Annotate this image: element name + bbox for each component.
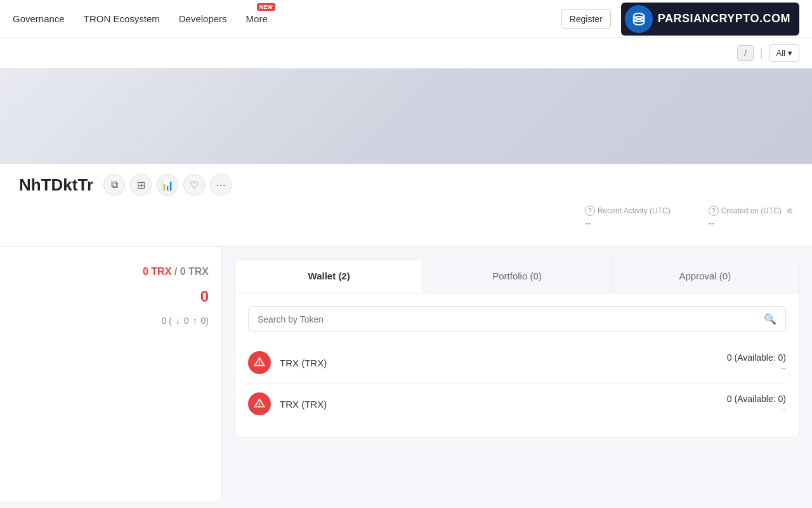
search-icon: 🔍	[764, 313, 776, 325]
token-search-input[interactable]	[258, 314, 764, 324]
profile-username: NhTDktTr	[19, 175, 93, 195]
trx-detail-zero2: 0	[184, 316, 189, 326]
token-balance-1: 0 (Available: 0) --	[727, 394, 786, 414]
parsiancrypto-logo: PARSIANCRYPTO.COM	[621, 3, 799, 36]
main-content: 0 TRX / 0 TRX 0 0 ( ↓ 0 ↑ 0) Wallet (2) …	[0, 247, 812, 501]
recent-activity-item: ? Recent Activity (UTC) --	[585, 206, 671, 229]
profile-identity: NhTDktTr ⧉ ⊞ 📊 ♡ ⋯	[19, 164, 793, 206]
tab-portfolio[interactable]: Portfolio (0)	[423, 260, 611, 293]
recent-activity-help-icon[interactable]: ?	[585, 206, 595, 216]
brand-name: PARSIANCRYPTO.COM	[658, 12, 790, 25]
more-dots-button[interactable]: ⋯	[210, 174, 232, 196]
created-on-help-icon[interactable]: ?	[709, 206, 719, 216]
new-badge: NEW	[257, 3, 275, 11]
trx-detail-zero1: 0 (	[161, 316, 171, 326]
trx-detail-zero3: 0)	[201, 316, 209, 326]
right-panel: Wallet (2) Portfolio (0) Approval (0) 🔍	[222, 247, 812, 501]
logo-icon	[625, 5, 653, 33]
token-balance-0: 0 (Available: 0) --	[727, 352, 786, 373]
tab-wallet[interactable]: Wallet (2)	[235, 260, 423, 293]
nav-item-tron-ecosystem[interactable]: TRON Ecosystem	[84, 8, 160, 29]
profile-banner	[0, 69, 812, 164]
trx-balance-right: 0 TRX	[180, 266, 209, 277]
heart-button[interactable]: ♡	[183, 174, 205, 196]
nav-items: Governance TRON Ecosystem Developers Mor…	[13, 8, 561, 29]
nav-item-developers[interactable]: Developers	[179, 8, 227, 29]
nav-right: Register PARSIANCRYPTO.COM	[561, 3, 799, 36]
token-name-1: TRX (TRX)	[280, 399, 727, 410]
token-logo-1	[248, 392, 271, 415]
token-search-row: 🔍	[248, 306, 786, 332]
trx-balance-slash: /	[174, 266, 180, 277]
created-on-info-icon[interactable]: ⊕	[787, 206, 793, 215]
profile-section: NhTDktTr ⧉ ⊞ 📊 ♡ ⋯ ? Recent Activity (UT…	[0, 164, 812, 247]
nav-item-more[interactable]: More NEW	[246, 8, 268, 29]
token-balance-main-1: 0 (Available: 0)	[727, 394, 786, 404]
recent-activity-value: --	[585, 218, 671, 229]
left-sidebar: 0 TRX / 0 TRX 0 0 ( ↓ 0 ↑ 0)	[0, 247, 222, 501]
tabs-row: Wallet (2) Portfolio (0) Approval (0)	[235, 260, 799, 293]
nav-item-more-label: More	[246, 13, 268, 24]
filter-dropdown[interactable]: All ▾	[769, 44, 799, 62]
recent-activity-label: ? Recent Activity (UTC)	[585, 206, 671, 216]
token-balance-main-0: 0 (Available: 0)	[727, 352, 786, 363]
created-on-label-text: Created on (UTC)	[721, 206, 782, 215]
token-row-0: TRX (TRX) 0 (Available: 0) --	[248, 342, 786, 384]
copy-button[interactable]: ⧉	[103, 174, 125, 196]
grid-button[interactable]: ⊞	[130, 174, 152, 196]
tab-approval[interactable]: Approval (0)	[612, 260, 799, 293]
wallet-panel: 🔍 TRX (TRX) 0 (Available: 0) --	[235, 293, 799, 438]
created-on-value: --	[709, 218, 793, 229]
arrow-up-icon: ↑	[193, 316, 197, 326]
trx-balance-left: 0 TRX	[143, 266, 171, 277]
created-on-label: ? Created on (UTC) ⊕	[709, 206, 793, 216]
token-row-1: TRX (TRX) 0 (Available: 0) --	[248, 384, 786, 424]
search-divider: |	[760, 46, 763, 60]
created-on-item: ? Created on (UTC) ⊕ --	[709, 206, 793, 229]
token-logo-0	[248, 351, 271, 374]
trx-detail-row: 0 ( ↓ 0 ↑ 0)	[13, 316, 209, 326]
navbar: Governance TRON Ecosystem Developers Mor…	[0, 0, 812, 38]
trx-count: 0	[13, 288, 209, 305]
profile-actions: ⧉ ⊞ 📊 ♡ ⋯	[103, 174, 232, 196]
chart-button[interactable]: 📊	[157, 174, 178, 196]
chevron-down-icon: ▾	[788, 48, 792, 58]
arrow-down-icon: ↓	[176, 316, 180, 326]
recent-activity-label-text: Recent Activity (UTC)	[598, 206, 671, 215]
trx-balance: 0 TRX / 0 TRX	[13, 266, 209, 277]
register-button[interactable]: Register	[561, 10, 611, 29]
token-balance-sub-0: --	[727, 364, 786, 373]
filter-label: All	[776, 48, 785, 58]
profile-meta: ? Recent Activity (UTC) -- ? Created on …	[19, 206, 793, 234]
search-bar-row: / | All ▾	[0, 38, 812, 69]
token-balance-sub-1: --	[727, 405, 786, 414]
token-name-0: TRX (TRX)	[280, 358, 727, 368]
nav-item-governance[interactable]: Governance	[13, 8, 65, 29]
search-shortcut[interactable]: /	[737, 45, 754, 61]
